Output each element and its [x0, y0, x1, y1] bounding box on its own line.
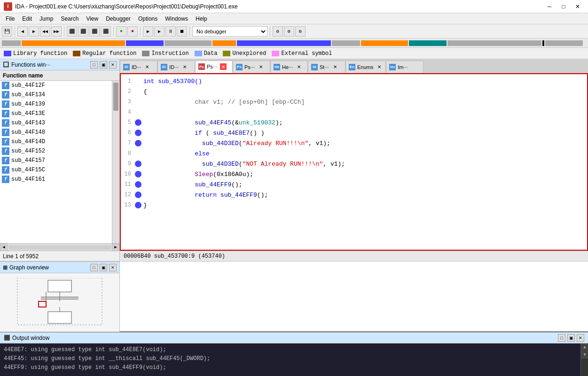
line-num-8: 8	[121, 150, 135, 157]
code-editor[interactable]: 1 int sub_453700() 2 { 3 char v1; // [es…	[120, 73, 588, 251]
functions-scrollbar-h[interactable]: ◀ ▶	[0, 243, 119, 251]
legend-regular: Regular function	[73, 50, 136, 57]
func-icon: f	[2, 176, 9, 183]
menu-jump[interactable]: Jump	[36, 15, 57, 23]
menu-options[interactable]: Options	[134, 15, 161, 23]
window-controls: ─ □ ✕	[543, 1, 584, 12]
output-win-restore[interactable]: □	[558, 334, 565, 342]
list-item[interactable]: f sub_44F134	[0, 90, 119, 100]
scroll-right-arrow[interactable]: ▶	[112, 244, 119, 251]
func-icon: f	[2, 147, 9, 155]
tab-close-5[interactable]: ✕	[296, 64, 302, 70]
tab-label-1: ID···	[132, 64, 141, 70]
close-button[interactable]: ✕	[571, 1, 584, 12]
toolbar-back[interactable]: ◀	[17, 26, 28, 37]
maximize-button[interactable]: □	[557, 1, 570, 12]
toolbar-pause[interactable]: ⏸	[165, 26, 176, 37]
list-item[interactable]: f sub_44F152	[0, 146, 119, 156]
toolbar-green-circle[interactable]: ●	[116, 26, 126, 37]
toolbar-red-circle[interactable]: ●	[127, 26, 138, 37]
toolbar-forward2[interactable]: ▶▶	[51, 26, 62, 37]
debugger-select[interactable]: No debugger	[192, 26, 267, 37]
toolbar-stop[interactable]: ⏹	[177, 26, 187, 37]
list-item[interactable]: f sub_44F161	[0, 175, 119, 184]
nav-progress-bar	[0, 38, 588, 48]
scroll-left-arrow[interactable]: ◀	[0, 244, 8, 251]
graph-canvas	[0, 273, 119, 332]
func-icon: f	[2, 166, 9, 174]
line-num-11: 11	[121, 181, 135, 188]
graph-title-label: Graph overview	[9, 264, 88, 271]
breakpoint-13	[135, 202, 141, 208]
toolbar-btn2[interactable]: ⬛	[78, 26, 88, 37]
line-num-6: 6	[121, 130, 135, 136]
legend-external: External symbol	[272, 50, 332, 57]
menu-edit[interactable]: Edit	[18, 15, 36, 23]
toolbar-save[interactable]: 💾	[2, 26, 12, 37]
output-win-maximize[interactable]: ▣	[567, 334, 575, 342]
toolbar-extra2[interactable]: ⚙	[284, 26, 294, 37]
list-item[interactable]: f sub_44F148	[0, 128, 119, 137]
toolbar-forward[interactable]: ▶	[29, 26, 39, 37]
minimize-button[interactable]: ─	[543, 1, 556, 12]
list-item[interactable]: f sub_44F12F	[0, 81, 119, 90]
functions-win-maximize[interactable]: ▣	[100, 61, 107, 69]
toolbar-extra1[interactable]: ⚙	[273, 26, 283, 37]
tab-im[interactable]: Im Im···	[386, 61, 423, 73]
tab-icon-6: St	[311, 64, 318, 70]
toolbar-run1[interactable]: ▶	[143, 26, 153, 37]
line-num-1: 1	[121, 78, 135, 84]
graph-win-maximize[interactable]: ▣	[100, 264, 107, 271]
graph-win-close[interactable]: ✕	[109, 264, 117, 271]
tab-close-2[interactable]: ✕	[181, 64, 188, 70]
tab-ps1[interactable]: Ps Ps··· ✕	[195, 61, 233, 73]
tab-enums[interactable]: En Enums ✕	[345, 61, 386, 73]
menu-help[interactable]: Help	[192, 15, 211, 23]
nav-seg-7	[332, 40, 360, 46]
list-item[interactable]: f sub_44F14D	[0, 137, 119, 146]
menu-file[interactable]: File	[2, 15, 18, 23]
toolbar-back2[interactable]: ◀◀	[40, 26, 50, 37]
menu-view[interactable]: View	[82, 15, 102, 23]
list-item[interactable]: f sub_44F139	[0, 100, 119, 109]
functions-win-title: 🔲 Functions win··· □ ▣ ✕	[0, 59, 119, 70]
toolbar-run2[interactable]: ▶	[154, 26, 165, 37]
graph-win-restore[interactable]: □	[90, 264, 98, 271]
legend-data: Data	[195, 50, 218, 57]
list-item[interactable]: f sub_44F157	[0, 156, 119, 165]
list-item[interactable]: f sub_44F143	[0, 118, 119, 128]
toolbar-btn4[interactable]: ⬛	[101, 26, 111, 37]
svg-rect-2	[39, 301, 46, 307]
toolbar-btn3[interactable]: ⬛	[89, 26, 100, 37]
tab-ps2[interactable]: Ps Ps··· ✕	[233, 61, 270, 73]
tab-st[interactable]: St St··· ✕	[308, 61, 345, 73]
nav-seg-10	[447, 40, 541, 46]
toolbar-btn1[interactable]: ⬛	[67, 26, 77, 37]
tab-close-3[interactable]: ✕	[220, 63, 227, 70]
toolbar: 💾 ◀ ▶ ◀◀ ▶▶ ⬛ ⬛ ⬛ ⬛ ● ● ▶ ▶ ⏸ ⏹ No debug…	[0, 24, 588, 38]
functions-win-restore[interactable]: □	[90, 61, 98, 69]
menu-search[interactable]: Search	[57, 15, 82, 23]
tab-close-4[interactable]: ✕	[258, 64, 264, 70]
menu-windows[interactable]: Windows	[161, 15, 192, 23]
output-win-close[interactable]: ✕	[577, 334, 584, 342]
toolbar-extra3[interactable]: ⚙	[295, 26, 306, 37]
tab-icon-8: Im	[389, 64, 396, 70]
functions-scrollbar-v[interactable]	[112, 81, 119, 243]
tab-close-7[interactable]: ✕	[376, 64, 383, 70]
output-scroll-down[interactable]: ▼	[581, 351, 588, 359]
list-item[interactable]: f sub_44F13E	[0, 109, 119, 118]
tab-close-6[interactable]: ✕	[332, 64, 338, 70]
menu-debugger[interactable]: Debugger	[102, 15, 134, 23]
code-inner: 1 int sub_453700() 2 { 3 char v1; // [es…	[121, 74, 587, 212]
tab-id1[interactable]: ID ID··· ✕	[120, 61, 157, 73]
code-text-1: int sub_453700()	[143, 78, 202, 85]
tab-id2[interactable]: ID ID··· ✕	[157, 61, 195, 73]
tab-close-1[interactable]: ✕	[144, 64, 150, 70]
tab-he[interactable]: He He··· ✕	[270, 61, 308, 73]
output-scrollbar[interactable]: ▲ ▼	[580, 344, 588, 376]
code-status-text: 00006B40 sub_453700:9 (453740)	[124, 253, 225, 260]
list-item[interactable]: f sub_44F15C	[0, 165, 119, 175]
output-scroll-up[interactable]: ▲	[581, 344, 588, 351]
functions-win-close[interactable]: ✕	[109, 61, 117, 69]
